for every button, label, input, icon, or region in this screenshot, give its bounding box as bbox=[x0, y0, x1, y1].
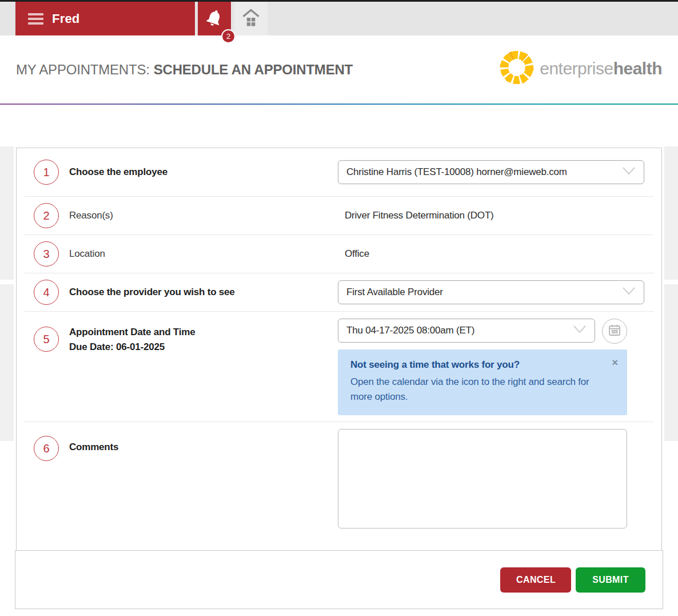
close-icon[interactable]: × bbox=[612, 357, 618, 368]
provider-select[interactable]: First Available Provider bbox=[338, 280, 644, 304]
page-title-main: SCHEDULE AN APPOINTMENT bbox=[154, 62, 353, 77]
appointment-form-card: 1 Choose the employee Christine Harris (… bbox=[16, 148, 662, 553]
alert-title: Not seeing a time that works for you? bbox=[350, 359, 616, 371]
enterprise-health-logo: enterprisehealth bbox=[498, 49, 662, 88]
datetime-select[interactable]: Thu 04-17-2025 08:00am (ET) bbox=[338, 319, 595, 343]
step-number-badge: 1 bbox=[34, 160, 59, 185]
reasons-label: Reason(s) bbox=[69, 210, 113, 221]
logo-text-light: enterprise bbox=[540, 59, 613, 78]
title-section: MY APPOINTMENTS:SCHEDULE AN APPOINTMENT … bbox=[0, 35, 678, 104]
background-strip bbox=[0, 146, 14, 280]
page-title: MY APPOINTMENTS:SCHEDULE AN APPOINTMENT bbox=[16, 62, 353, 78]
cancel-button[interactable]: CANCEL bbox=[500, 567, 571, 593]
time-help-alert: Not seeing a time that works for you? Op… bbox=[338, 349, 627, 415]
employee-select-value: Christine Harris (TEST-10008) horner@mie… bbox=[346, 166, 567, 178]
step-number-badge: 6 bbox=[34, 436, 59, 461]
notification-badge: 2 bbox=[221, 29, 236, 43]
location-label: Location bbox=[69, 248, 105, 260]
background-strip bbox=[0, 284, 14, 441]
sunburst-icon bbox=[498, 49, 535, 88]
header-gradient-divider bbox=[0, 104, 678, 105]
employee-select[interactable]: Christine Harris (TEST-10008) horner@mie… bbox=[338, 160, 644, 184]
datetime-select-value: Thu 04-17-2025 08:00am (ET) bbox=[346, 325, 474, 336]
form-row-comments: 6 Comments bbox=[24, 422, 654, 553]
form-row-location: 3 Location Office bbox=[24, 235, 654, 273]
background-strip bbox=[664, 284, 678, 441]
form-row-datetime: 5 Appointment Date and Time Due Date: 06… bbox=[24, 311, 654, 422]
hamburger-icon bbox=[28, 13, 43, 25]
chevron-down-icon bbox=[622, 287, 636, 298]
user-menu-tab[interactable]: Fred bbox=[15, 2, 195, 35]
comments-input[interactable] bbox=[338, 429, 627, 528]
open-calendar-button[interactable] bbox=[602, 319, 627, 344]
step-number-badge: 4 bbox=[34, 280, 59, 305]
home-tab[interactable] bbox=[234, 2, 268, 35]
chevron-down-icon bbox=[573, 325, 587, 336]
form-row-provider: 4 Choose the provider you wish to see Fi… bbox=[24, 273, 654, 311]
reasons-value: Driver Fitness Determination (DOT) bbox=[338, 210, 644, 221]
background-strip bbox=[664, 146, 678, 280]
logo-text: enterprisehealth bbox=[540, 59, 662, 78]
logo-text-bold: health bbox=[613, 59, 662, 78]
form-row-employee: 1 Choose the employee Christine Harris (… bbox=[24, 148, 654, 196]
datetime-label: Appointment Date and Time bbox=[69, 327, 195, 338]
notifications-tab[interactable]: 2 bbox=[198, 2, 231, 35]
alert-body: Open the calendar via the icon to the ri… bbox=[350, 375, 602, 404]
calendar-icon bbox=[608, 323, 621, 339]
submit-button[interactable]: SUBMIT bbox=[576, 567, 645, 593]
bell-icon bbox=[205, 8, 224, 30]
comments-label: Comments bbox=[69, 436, 118, 453]
form-footer: CANCEL SUBMIT bbox=[15, 550, 663, 609]
user-name: Fred bbox=[52, 11, 79, 26]
step-number-badge: 5 bbox=[34, 327, 59, 352]
app-header: Fred 2 bbox=[0, 2, 678, 35]
step-number-badge: 3 bbox=[34, 241, 59, 267]
chevron-down-icon bbox=[622, 166, 636, 178]
home-icon bbox=[241, 7, 261, 30]
location-value: Office bbox=[338, 248, 644, 260]
step-number-badge: 2 bbox=[34, 203, 59, 228]
page-title-prefix: MY APPOINTMENTS: bbox=[16, 62, 150, 77]
provider-label: Choose the provider you wish to see bbox=[69, 287, 235, 298]
employee-label: Choose the employee bbox=[69, 166, 167, 178]
form-row-reasons: 2 Reason(s) Driver Fitness Determination… bbox=[24, 196, 654, 235]
provider-select-value: First Available Provider bbox=[346, 287, 443, 298]
due-date-label: Due Date: 06-01-2025 bbox=[69, 341, 195, 353]
